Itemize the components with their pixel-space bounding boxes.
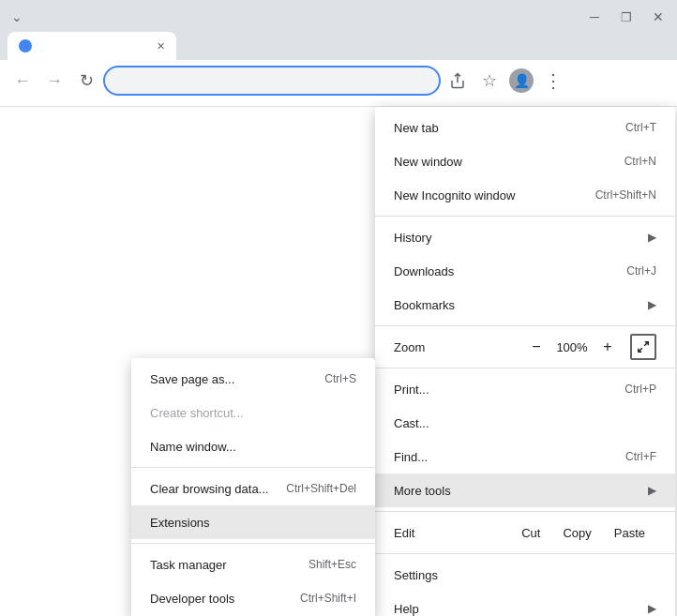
submenu-item-label: Task manager — [150, 558, 227, 572]
menu-item-label: Find... — [394, 450, 428, 464]
menu-item-incognito[interactable]: New Incognito window Ctrl+Shift+N — [375, 178, 675, 212]
submenu-item-label: Create shortcut... — [150, 406, 244, 420]
submenu-item-shortcut: Ctrl+S — [324, 372, 356, 385]
cut-button[interactable]: Cut — [510, 520, 551, 546]
menu-item-bookmarks[interactable]: Bookmarks ▶ — [375, 288, 675, 322]
active-tab[interactable]: ✕ — [8, 32, 176, 60]
menu-item-shortcut: Ctrl+P — [624, 383, 656, 396]
menu-divider-1 — [375, 216, 675, 217]
submenu-item-label: Clear browsing data... — [150, 482, 268, 496]
menu-item-shortcut: Ctrl+Shift+N — [595, 188, 656, 202]
more-tools-submenu: Save page as... Ctrl+S Create shortcut..… — [131, 358, 375, 616]
close-button[interactable]: ✕ — [647, 6, 669, 28]
arrow-right-icon: ▶ — [648, 484, 656, 497]
share-button[interactable] — [443, 66, 473, 96]
edit-row: Edit Cut Copy Paste — [375, 516, 675, 549]
zoom-label: Zoom — [394, 340, 523, 354]
submenu-item-label: Extensions — [150, 516, 210, 530]
copy-button[interactable]: Copy — [551, 520, 602, 546]
zoom-row: Zoom − 100% + — [375, 330, 675, 364]
tab-favicon — [19, 39, 32, 53]
menu-item-label: More tools — [394, 484, 648, 498]
menu-item-history[interactable]: History ▶ — [375, 220, 675, 254]
menu-divider-5 — [375, 553, 675, 554]
address-bar[interactable] — [103, 66, 441, 96]
submenu-item-developer-tools[interactable]: Developer tools Ctrl+Shift+I — [131, 581, 375, 615]
menu-item-label: History — [394, 231, 648, 245]
submenu-item-shortcut: Ctrl+Shift+I — [300, 592, 356, 605]
menu-item-label: New window — [394, 155, 462, 169]
paste-button[interactable]: Paste — [603, 520, 656, 546]
chrome-menu-button[interactable]: ⋮ — [538, 66, 568, 96]
menu-item-shortcut: Ctrl+T — [625, 121, 656, 134]
submenu-item-label: Name window... — [150, 440, 236, 454]
menu-item-more-tools[interactable]: More tools ▶ — [375, 473, 675, 507]
menu-item-cast[interactable]: Cast... — [375, 406, 675, 440]
submenu-item-save-page[interactable]: Save page as... Ctrl+S — [131, 362, 375, 396]
arrow-right-icon: ▶ — [648, 298, 656, 311]
zoom-minus-button[interactable]: − — [523, 334, 549, 360]
menu-item-label: New tab — [394, 121, 439, 135]
submenu-item-shortcut: Ctrl+Shift+Del — [286, 482, 356, 495]
minimize-button[interactable]: ─ — [583, 6, 606, 28]
submenu-divider-1 — [131, 467, 375, 468]
submenu-item-create-shortcut[interactable]: Create shortcut... — [131, 396, 375, 429]
menu-item-find[interactable]: Find... Ctrl+F — [375, 440, 675, 473]
menu-item-shortcut: Ctrl+N — [624, 155, 656, 168]
menu-item-new-window[interactable]: New window Ctrl+N — [375, 144, 675, 178]
submenu-item-name-window[interactable]: Name window... — [131, 429, 375, 463]
zoom-plus-button[interactable]: + — [594, 334, 621, 360]
menu-item-label: Downloads — [394, 264, 454, 278]
fullscreen-button[interactable] — [630, 334, 656, 360]
submenu-item-clear-browsing[interactable]: Clear browsing data... Ctrl+Shift+Del — [131, 472, 375, 505]
address-bar-row: ← → ↻ ☆ 👤 ⋮ — [0, 60, 677, 101]
maximize-button[interactable]: ❐ — [615, 6, 638, 28]
bookmark-button[interactable]: ☆ — [474, 66, 504, 96]
submenu-item-extensions[interactable]: Extensions — [131, 505, 375, 539]
page-content: New tab Ctrl+T New window Ctrl+N New Inc… — [0, 107, 677, 616]
menu-item-print[interactable]: Print... Ctrl+P — [375, 372, 675, 406]
menu-item-shortcut: Ctrl+F — [625, 450, 656, 463]
menu-item-help[interactable]: Help ▶ — [375, 592, 675, 616]
submenu-item-task-manager[interactable]: Task manager Shift+Esc — [131, 548, 375, 581]
menu-divider-3 — [375, 368, 675, 368]
menu-item-label: Cast... — [394, 416, 429, 430]
main-dropdown-menu: New tab Ctrl+T New window Ctrl+N New Inc… — [375, 107, 675, 616]
submenu-item-label: Developer tools — [150, 592, 234, 606]
refresh-button[interactable]: ↻ — [71, 66, 101, 96]
arrow-right-icon: ▶ — [648, 231, 656, 244]
menu-item-shortcut: Ctrl+J — [626, 264, 656, 278]
menu-item-label: Bookmarks — [394, 298, 648, 312]
browser-window: ⌄ ─ ❐ ✕ ✕ ← → ↻ ☆ 👤 ⋮ — [0, 0, 677, 616]
tab-close-icon[interactable]: ✕ — [157, 40, 165, 53]
menu-item-label: Settings — [394, 568, 438, 582]
menu-divider-4 — [375, 511, 675, 512]
arrow-right-icon: ▶ — [648, 602, 656, 615]
edit-buttons: Cut Copy Paste — [510, 520, 656, 546]
menu-item-label: New Incognito window — [394, 188, 515, 203]
tabs-bar: ✕ — [0, 30, 677, 60]
zoom-value: 100% — [553, 340, 591, 354]
title-bar: ⌄ ─ ❐ ✕ — [0, 0, 677, 30]
zoom-controls: − 100% + — [523, 334, 656, 360]
menu-item-new-tab[interactable]: New tab Ctrl+T — [375, 111, 675, 144]
submenu-item-label: Save page as... — [150, 372, 234, 386]
edit-label: Edit — [394, 526, 510, 540]
forward-button[interactable]: → — [39, 66, 69, 96]
submenu-item-shortcut: Shift+Esc — [308, 558, 356, 571]
menu-item-downloads[interactable]: Downloads Ctrl+J — [375, 254, 675, 288]
menu-item-label: Print... — [394, 383, 429, 397]
chevron-icon: ⌄ — [11, 9, 23, 24]
profile-avatar: 👤 — [509, 68, 534, 93]
profile-button[interactable]: 👤 — [506, 66, 536, 96]
menu-divider-2 — [375, 325, 675, 326]
back-button[interactable]: ← — [8, 66, 38, 96]
submenu-divider-2 — [131, 543, 375, 544]
menu-item-label: Help — [394, 602, 648, 616]
menu-item-settings[interactable]: Settings — [375, 558, 675, 592]
